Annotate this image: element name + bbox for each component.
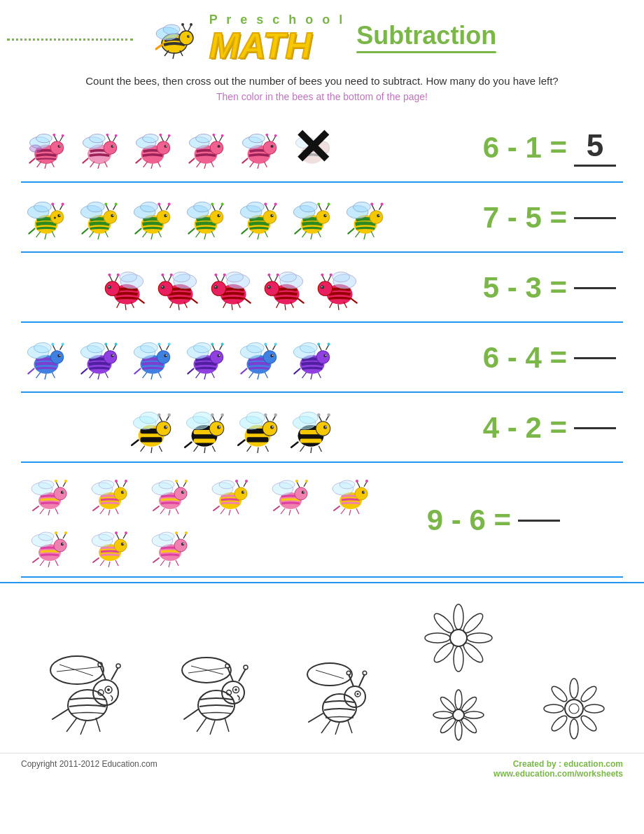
svg-point-33 — [113, 145, 113, 146]
svg-point-424 — [245, 480, 248, 482]
svg-line-427 — [220, 508, 225, 514]
bee-2-3 — [127, 193, 178, 243]
svg-line-277 — [151, 373, 153, 379]
svg-line-315 — [302, 372, 307, 377]
svg-line-259 — [113, 345, 116, 349]
svg-line-395 — [116, 482, 119, 487]
svg-point-476 — [125, 531, 127, 534]
svg-line-369 — [318, 415, 321, 421]
svg-line-362 — [265, 445, 268, 451]
bee-6-7 — [21, 522, 78, 571]
subtraction-label: Subtraction — [356, 21, 496, 50]
problem-row-6: 9 - 6 = — [21, 463, 623, 578]
svg-line-289 — [196, 372, 200, 377]
svg-point-379 — [54, 487, 66, 500]
svg-point-219 — [267, 273, 270, 276]
svg-point-411 — [185, 480, 188, 482]
svg-point-126 — [219, 214, 220, 216]
bee-2-5 — [234, 193, 284, 243]
svg-line-389 — [48, 510, 50, 515]
svg-line-486 — [176, 534, 179, 539]
svg-line-460 — [56, 534, 59, 539]
svg-line-127 — [212, 204, 215, 210]
svg-point-267 — [157, 350, 170, 363]
svg-line-428 — [229, 510, 230, 515]
svg-point-548 — [455, 690, 462, 709]
svg-point-247 — [62, 342, 64, 345]
svg-line-109 — [105, 231, 108, 237]
instruction-line2: Then color in the bees at the bottom of … — [14, 90, 630, 104]
svg-line-316 — [311, 373, 312, 379]
svg-line-122 — [158, 231, 161, 237]
svg-point-439 — [279, 480, 295, 489]
bee-1-2 — [74, 123, 125, 173]
svg-line-192 — [162, 275, 165, 281]
svg-line-25 — [37, 161, 41, 167]
svg-point-323 — [166, 426, 167, 427]
svg-point-437 — [305, 480, 308, 482]
svg-point-565 — [569, 704, 579, 714]
svg-line-161 — [318, 231, 321, 237]
subtraction-word: Subtraction — [356, 21, 496, 50]
svg-line-107 — [90, 231, 94, 237]
bee-1-crossed — [287, 123, 337, 173]
svg-point-501 — [107, 688, 110, 691]
bee-2-1 — [21, 193, 71, 243]
answer-5 — [574, 426, 616, 429]
svg-point-236 — [332, 272, 350, 282]
svg-line-94 — [36, 231, 41, 237]
svg-point-86 — [59, 214, 61, 216]
svg-point-176 — [105, 281, 120, 296]
svg-point-383 — [55, 480, 57, 482]
svg-point-444 — [355, 487, 368, 500]
svg-line-54 — [151, 163, 153, 168]
svg-line-120 — [143, 231, 147, 237]
svg-line-95 — [45, 233, 46, 239]
svg-line-462 — [63, 534, 66, 538]
math-label: MATH — [209, 27, 312, 64]
svg-line-303 — [258, 373, 259, 379]
svg-rect-320 — [141, 437, 162, 442]
svg-line-278 — [158, 372, 161, 377]
svg-line-239 — [330, 302, 332, 307]
svg-line-526 — [316, 670, 344, 679]
svg-point-165 — [379, 214, 380, 216]
svg-point-58 — [217, 144, 220, 147]
svg-line-77 — [250, 161, 254, 167]
svg-line-36 — [113, 136, 116, 141]
bee-3-2 — [153, 263, 203, 313]
svg-line-330 — [141, 445, 145, 451]
svg-point-4 — [188, 35, 189, 36]
svg-line-496 — [59, 665, 93, 676]
svg-line-26 — [45, 163, 46, 168]
svg-point-171 — [354, 202, 371, 211]
bee-6-4 — [202, 470, 259, 519]
page-header: P r e s c h o o l MATH Subtraction — [0, 0, 644, 71]
svg-line-523 — [210, 721, 215, 735]
svg-point-139 — [272, 214, 274, 216]
svg-point-202 — [211, 281, 226, 296]
svg-line-186 — [125, 304, 126, 310]
svg-point-288 — [194, 342, 211, 352]
svg-line-455 — [356, 508, 359, 514]
svg-point-84 — [50, 210, 64, 223]
svg-point-163 — [370, 210, 383, 223]
svg-line-135 — [211, 231, 214, 237]
answer-4 — [574, 356, 616, 359]
svg-line-66 — [204, 163, 206, 168]
svg-point-269 — [166, 354, 167, 356]
svg-line-34 — [107, 135, 110, 141]
equation-5: 4 - 2 = — [441, 411, 623, 445]
problem-row-4: 6 - 4 = — [21, 323, 623, 393]
svg-line-453 — [341, 508, 345, 514]
svg-line-410 — [183, 482, 186, 487]
svg-line-159 — [302, 231, 307, 237]
answer-6 — [518, 518, 560, 522]
svg-line-49 — [167, 136, 169, 141]
svg-point-16 — [50, 141, 64, 154]
svg-line-205 — [216, 275, 218, 281]
svg-line-494 — [176, 560, 178, 566]
svg-point-70 — [270, 144, 273, 147]
svg-point-35 — [106, 133, 108, 136]
bee-2-4 — [181, 193, 231, 243]
